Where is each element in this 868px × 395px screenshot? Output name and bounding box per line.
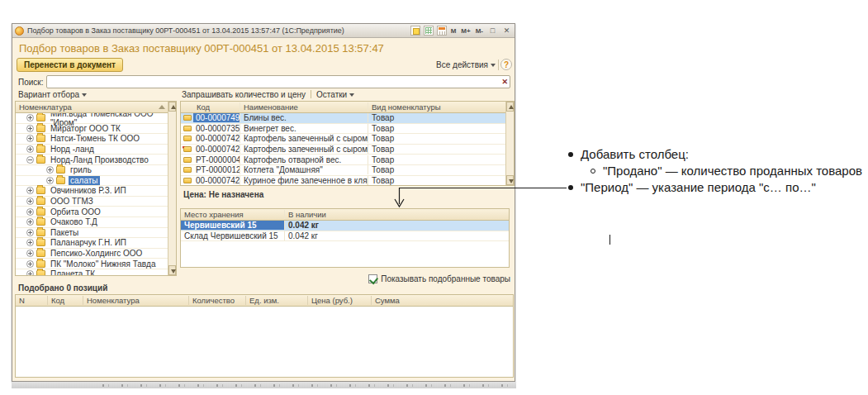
expand-icon[interactable] [46,166,54,174]
product-row[interactable]: 00-00007359 Винегрет вес. Товар [181,124,505,135]
result-table: N Код Номенклатура Количество Ед. изм. Ц… [15,294,514,378]
tree-item[interactable]: гриль [16,165,168,176]
tree-item[interactable]: Орбита ООО [16,207,168,217]
tree-item[interactable]: Пепсико-Холдингс ООО [16,249,168,259]
product-row[interactable]: РТ-00000124 Котлета "Домашняя" Товар [181,165,505,176]
expand-icon[interactable] [26,239,34,246]
expand-icon[interactable] [26,145,34,153]
request-quantity-price-link[interactable]: Запрашивать количество и цену [182,90,306,99]
show-picked-label: Показывать подобранные товары [381,274,510,283]
favorites-icon[interactable] [410,26,420,36]
toolbar-divider [498,59,499,70]
column-storage-place: Место хранения [181,210,284,219]
memory-m-button[interactable]: М [450,27,458,35]
tree-item-label: ООО ТГМЗ [49,197,95,206]
scroll-down-button[interactable] [168,265,176,275]
folder-icon [56,177,65,184]
folder-icon [36,239,45,246]
product-row[interactable]: 00-00007425 Куриное филе запеченное в кл… [181,176,505,185]
result-header: N Код Номенклатура Количество Ед. изм. Ц… [16,295,513,307]
clear-search-icon[interactable]: ✕ [501,77,508,88]
scroll-up-button[interactable] [506,102,514,112]
item-icon [183,146,192,152]
tree-item[interactable]: Норд -ланд [16,145,168,155]
tree-item-label: ПК "Молоко" Нижняя Тавда [49,259,157,269]
item-icon [183,126,192,131]
folder-icon [36,135,45,142]
tree-item-label: Планета ТК [49,269,97,275]
scroll-down-button[interactable] [506,175,514,185]
tree-item[interactable]: Норд-Ланд Производство [16,155,168,165]
product-code: 00-00007425 [193,176,240,185]
product-type: Товар [368,134,505,143]
expand-icon[interactable] [26,187,34,194]
tree-item[interactable]: Планета ТК [16,269,168,275]
tree-item[interactable]: салаты [16,176,168,187]
folder-icon [36,156,45,164]
sort-ascending-icon [159,105,165,109]
folder-icon [36,260,45,268]
product-row[interactable]: 00-00007493 Блины вес. Товар [181,113,505,124]
chevron-down-icon [82,93,87,97]
help-icon[interactable]: ? [500,59,512,70]
expand-icon[interactable] [26,229,34,236]
stock-qty: 0.042 кг [284,231,509,240]
tree-item[interactable]: Овчинников Р.З. ИП [16,186,168,197]
product-name: Картофель отварной вес. [240,155,368,164]
expand-icon[interactable] [26,198,34,205]
all-actions-menu[interactable]: Все действия [436,60,496,69]
product-name: Картофель запеченный с сыром вес. [240,145,368,154]
close-button[interactable]: ✕ [501,26,512,35]
expand-icon[interactable] [26,218,34,226]
tree-header[interactable]: Номенклатура [16,102,176,113]
product-row[interactable]: РТ-00000043 Картофель отварной вес. Това… [181,155,505,165]
expand-icon[interactable] [26,135,34,142]
calculator-icon[interactable] [424,26,434,36]
tree-item[interactable]: Мин.вода Тюменская ООО "Иром" [16,113,168,124]
tree-item-label: Норд -ланд [49,145,96,154]
remains-link[interactable]: Остатки [316,90,354,99]
expand-icon[interactable] [26,114,34,121]
expand-icon[interactable] [26,208,34,216]
product-name: Блины вес. [240,113,368,122]
tree-item[interactable]: Очаково Т.Д [16,217,168,228]
stock-row[interactable]: Склад Червишевский 15 0.042 кг [181,231,509,242]
selection-variant-link[interactable]: Вариант отбора [18,90,87,99]
tree-item[interactable]: ПК "Молоко" Нижняя Тавда [16,259,168,269]
expand-icon[interactable] [26,260,34,268]
folder-icon [36,114,45,121]
tree-scrollbar[interactable] [168,102,176,275]
tree-item-label: салаты [69,176,100,185]
stock-row[interactable]: Червишевский 15 0.042 кг [181,221,509,231]
expand-icon[interactable] [46,177,54,184]
expand-icon[interactable] [26,125,34,132]
tree-item[interactable]: ООО ТГМЗ [16,197,168,207]
expand-icon[interactable] [26,250,34,257]
memory-minus-button[interactable]: М- [475,27,484,35]
stock-table: Место хранения В наличии Червишевский 15… [180,208,510,268]
memory-plus-button[interactable]: М+ [460,27,471,35]
search-input[interactable] [49,77,496,87]
product-name: Винегрет вес. [240,124,368,133]
product-code: 00-00007359 [193,124,240,133]
scroll-up-button[interactable] [168,102,176,112]
tree-item-label: Пакеты [49,228,80,237]
picked-count-label: Подобрано 0 позиций [18,283,107,293]
calendar-icon[interactable] [437,26,447,36]
product-row[interactable]: 00-00007426 Картофель запеченный с сыром… [181,134,505,145]
checkbox-checked-icon[interactable] [368,274,377,283]
bullet-icon [568,152,573,157]
transfer-to-document-button[interactable]: Перенести в документ [17,58,123,72]
column-unit: Ед. изм. [245,296,307,305]
tree-item[interactable]: Пакеты [16,228,168,239]
tree-item[interactable]: Натси-Тюмень ТК ООО [16,134,168,145]
maximize-button[interactable]: □ [487,26,498,35]
tree-item[interactable]: Паланарчук Г.Н. ИП [16,238,168,249]
show-picked-toggle[interactable]: Показывать подобранные товары [368,274,510,284]
products-scrollbar[interactable] [505,102,514,185]
product-name: Котлета "Домашняя" [240,165,368,174]
product-row[interactable]: 00-00007427 Картофель запеченный с сыром… [181,145,505,155]
expand-icon[interactable] [26,156,34,164]
stock-place: Червишевский 15 [181,221,284,230]
expand-icon[interactable] [26,270,34,275]
